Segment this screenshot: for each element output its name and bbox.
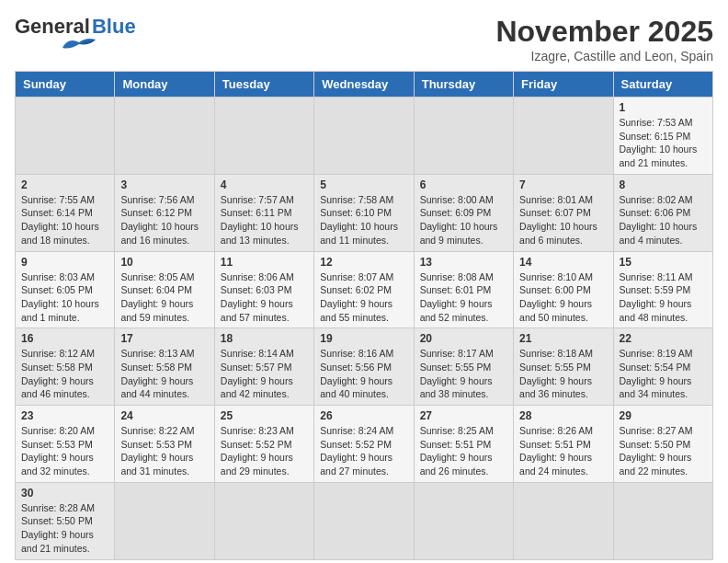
calendar-cell bbox=[414, 482, 513, 559]
day-number: 22 bbox=[620, 332, 707, 345]
day-number: 27 bbox=[420, 409, 507, 422]
header-day-wednesday: Wednesday bbox=[314, 72, 414, 98]
header-day-tuesday: Tuesday bbox=[214, 72, 313, 98]
day-number: 20 bbox=[420, 332, 507, 345]
calendar-cell bbox=[314, 482, 414, 559]
day-info: Sunrise: 8:14 AM Sunset: 5:57 PM Dayligh… bbox=[221, 347, 308, 401]
day-info: Sunrise: 8:07 AM Sunset: 6:02 PM Dayligh… bbox=[320, 270, 407, 325]
calendar-cell: 28Sunrise: 8:26 AM Sunset: 5:51 PM Dayli… bbox=[514, 406, 613, 483]
day-number: 25 bbox=[221, 409, 308, 422]
day-info: Sunrise: 8:19 AM Sunset: 5:54 PM Dayligh… bbox=[620, 347, 707, 401]
location-subtitle: Izagre, Castille and Leon, Spain bbox=[495, 49, 713, 63]
calendar-cell: 23Sunrise: 8:20 AM Sunset: 5:53 PM Dayli… bbox=[16, 406, 115, 483]
calendar-cell: 21Sunrise: 8:18 AM Sunset: 5:55 PM Dayli… bbox=[514, 328, 613, 406]
calendar-cell bbox=[214, 98, 313, 175]
day-number: 11 bbox=[221, 256, 308, 269]
calendar-cell: 19Sunrise: 8:16 AM Sunset: 5:56 PM Dayli… bbox=[314, 328, 414, 406]
day-info: Sunrise: 7:57 AM Sunset: 6:11 PM Dayligh… bbox=[221, 193, 308, 247]
header-day-monday: Monday bbox=[115, 72, 214, 98]
calendar-cell: 16Sunrise: 8:12 AM Sunset: 5:58 PM Dayli… bbox=[16, 328, 115, 406]
calendar-cell bbox=[613, 482, 712, 559]
day-number: 29 bbox=[620, 409, 707, 422]
day-info: Sunrise: 8:23 AM Sunset: 5:52 PM Dayligh… bbox=[221, 424, 308, 478]
calendar-cell: 20Sunrise: 8:17 AM Sunset: 5:55 PM Dayli… bbox=[414, 328, 513, 406]
day-info: Sunrise: 8:25 AM Sunset: 5:51 PM Dayligh… bbox=[420, 424, 507, 478]
calendar-cell: 5Sunrise: 7:58 AM Sunset: 6:10 PM Daylig… bbox=[314, 174, 414, 251]
calendar-cell: 14Sunrise: 8:10 AM Sunset: 6:00 PM Dayli… bbox=[514, 251, 613, 328]
calendar-cell bbox=[115, 482, 214, 559]
calendar-cell: 12Sunrise: 8:07 AM Sunset: 6:02 PM Dayli… bbox=[314, 251, 414, 328]
calendar-cell: 22Sunrise: 8:19 AM Sunset: 5:54 PM Dayli… bbox=[613, 328, 712, 406]
day-info: Sunrise: 7:56 AM Sunset: 6:12 PM Dayligh… bbox=[120, 193, 208, 247]
calendar-cell bbox=[514, 482, 613, 559]
calendar-cell: 25Sunrise: 8:23 AM Sunset: 5:52 PM Dayli… bbox=[214, 406, 313, 483]
title-area: November 2025 Izagre, Castille and Leon,… bbox=[495, 15, 713, 63]
page-header: General Blue November 2025 Izagre, Casti… bbox=[15, 15, 713, 63]
day-number: 7 bbox=[519, 178, 607, 191]
day-info: Sunrise: 8:01 AM Sunset: 6:07 PM Dayligh… bbox=[519, 193, 607, 247]
day-info: Sunrise: 8:18 AM Sunset: 5:55 PM Dayligh… bbox=[519, 347, 607, 401]
calendar-cell: 6Sunrise: 8:00 AM Sunset: 6:09 PM Daylig… bbox=[414, 174, 513, 251]
calendar-cell: 2Sunrise: 7:55 AM Sunset: 6:14 PM Daylig… bbox=[16, 174, 115, 251]
calendar-cell: 4Sunrise: 7:57 AM Sunset: 6:11 PM Daylig… bbox=[214, 174, 313, 251]
day-info: Sunrise: 7:53 AM Sunset: 6:15 PM Dayligh… bbox=[620, 116, 707, 170]
day-info: Sunrise: 8:28 AM Sunset: 5:50 PM Dayligh… bbox=[21, 501, 108, 556]
day-number: 21 bbox=[519, 332, 607, 345]
calendar-week-row: 2Sunrise: 7:55 AM Sunset: 6:14 PM Daylig… bbox=[16, 174, 713, 251]
calendar-cell: 15Sunrise: 8:11 AM Sunset: 5:59 PM Dayli… bbox=[613, 251, 712, 328]
day-info: Sunrise: 8:08 AM Sunset: 6:01 PM Dayligh… bbox=[420, 270, 507, 325]
calendar-cell: 13Sunrise: 8:08 AM Sunset: 6:01 PM Dayli… bbox=[414, 251, 513, 328]
calendar-week-row: 30Sunrise: 8:28 AM Sunset: 5:50 PM Dayli… bbox=[16, 482, 713, 559]
day-info: Sunrise: 8:17 AM Sunset: 5:55 PM Dayligh… bbox=[420, 347, 507, 401]
day-number: 24 bbox=[120, 409, 208, 422]
day-number: 16 bbox=[21, 332, 108, 345]
day-number: 19 bbox=[320, 332, 407, 345]
calendar-week-row: 1Sunrise: 7:53 AM Sunset: 6:15 PM Daylig… bbox=[16, 98, 713, 175]
logo: General Blue bbox=[15, 15, 136, 57]
calendar-week-row: 23Sunrise: 8:20 AM Sunset: 5:53 PM Dayli… bbox=[16, 406, 713, 483]
day-info: Sunrise: 8:11 AM Sunset: 5:59 PM Dayligh… bbox=[620, 270, 707, 325]
day-number: 30 bbox=[21, 487, 108, 500]
calendar-week-row: 16Sunrise: 8:12 AM Sunset: 5:58 PM Dayli… bbox=[16, 328, 713, 406]
day-number: 23 bbox=[21, 409, 108, 422]
calendar-cell bbox=[414, 98, 513, 175]
day-number: 13 bbox=[420, 256, 507, 269]
header-day-sunday: Sunday bbox=[16, 72, 115, 98]
day-number: 15 bbox=[620, 256, 707, 269]
header-day-thursday: Thursday bbox=[414, 72, 513, 98]
calendar-cell: 24Sunrise: 8:22 AM Sunset: 5:53 PM Dayli… bbox=[115, 406, 214, 483]
day-number: 14 bbox=[519, 256, 607, 269]
day-info: Sunrise: 8:06 AM Sunset: 6:03 PM Dayligh… bbox=[221, 270, 308, 325]
day-number: 10 bbox=[120, 256, 208, 269]
calendar-cell bbox=[16, 98, 115, 175]
day-number: 18 bbox=[221, 332, 308, 345]
day-info: Sunrise: 8:20 AM Sunset: 5:53 PM Dayligh… bbox=[21, 424, 108, 478]
logo-blue-text: Blue bbox=[92, 15, 136, 39]
calendar-cell: 3Sunrise: 7:56 AM Sunset: 6:12 PM Daylig… bbox=[115, 174, 214, 251]
calendar-cell: 11Sunrise: 8:06 AM Sunset: 6:03 PM Dayli… bbox=[214, 251, 313, 328]
calendar-cell bbox=[514, 98, 613, 175]
day-info: Sunrise: 8:26 AM Sunset: 5:51 PM Dayligh… bbox=[519, 424, 607, 478]
day-number: 6 bbox=[420, 178, 507, 191]
calendar-cell: 8Sunrise: 8:02 AM Sunset: 6:06 PM Daylig… bbox=[613, 174, 712, 251]
day-number: 1 bbox=[620, 101, 707, 114]
calendar-table: SundayMondayTuesdayWednesdayThursdayFrid… bbox=[15, 71, 713, 560]
calendar-cell: 30Sunrise: 8:28 AM Sunset: 5:50 PM Dayli… bbox=[16, 482, 115, 559]
day-info: Sunrise: 8:12 AM Sunset: 5:58 PM Dayligh… bbox=[21, 347, 108, 401]
calendar-cell: 7Sunrise: 8:01 AM Sunset: 6:07 PM Daylig… bbox=[514, 174, 613, 251]
day-info: Sunrise: 8:00 AM Sunset: 6:09 PM Dayligh… bbox=[420, 193, 507, 247]
day-info: Sunrise: 7:58 AM Sunset: 6:10 PM Dayligh… bbox=[320, 193, 407, 247]
calendar-cell: 9Sunrise: 8:03 AM Sunset: 6:05 PM Daylig… bbox=[16, 251, 115, 328]
day-info: Sunrise: 8:03 AM Sunset: 6:05 PM Dayligh… bbox=[21, 270, 108, 325]
day-info: Sunrise: 8:16 AM Sunset: 5:56 PM Dayligh… bbox=[320, 347, 407, 401]
day-info: Sunrise: 7:55 AM Sunset: 6:14 PM Dayligh… bbox=[21, 193, 108, 247]
calendar-cell: 17Sunrise: 8:13 AM Sunset: 5:58 PM Dayli… bbox=[115, 328, 214, 406]
calendar-header-row: SundayMondayTuesdayWednesdayThursdayFrid… bbox=[16, 72, 713, 98]
day-number: 3 bbox=[120, 178, 208, 191]
day-number: 12 bbox=[320, 256, 407, 269]
calendar-cell: 26Sunrise: 8:24 AM Sunset: 5:52 PM Dayli… bbox=[314, 406, 414, 483]
day-info: Sunrise: 8:10 AM Sunset: 6:00 PM Dayligh… bbox=[519, 270, 607, 325]
day-info: Sunrise: 8:27 AM Sunset: 5:50 PM Dayligh… bbox=[620, 424, 707, 478]
day-info: Sunrise: 8:02 AM Sunset: 6:06 PM Dayligh… bbox=[620, 193, 707, 247]
calendar-cell: 18Sunrise: 8:14 AM Sunset: 5:57 PM Dayli… bbox=[214, 328, 313, 406]
